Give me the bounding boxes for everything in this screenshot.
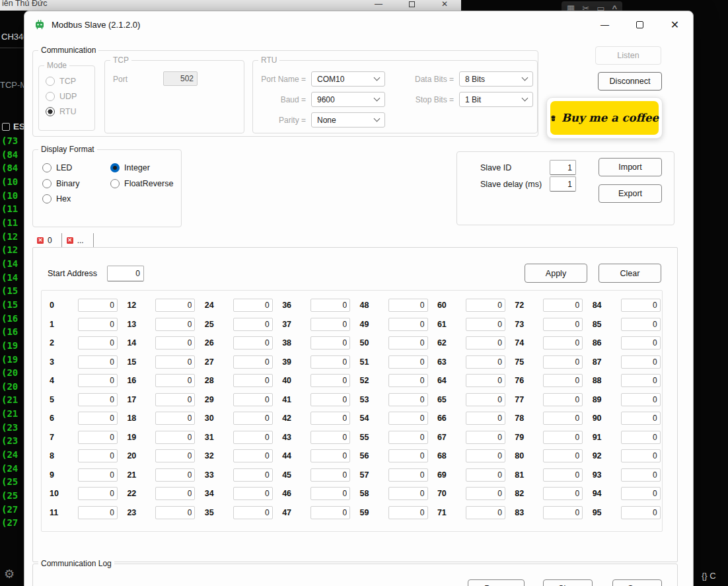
register-input[interactable] xyxy=(543,355,583,369)
register-input[interactable] xyxy=(543,374,583,387)
log-save-button[interactable]: Save xyxy=(612,579,662,586)
register-input[interactable] xyxy=(621,487,661,500)
register-input[interactable] xyxy=(388,431,428,444)
register-input[interactable] xyxy=(310,431,350,444)
register-input[interactable] xyxy=(78,393,118,406)
gear-icon[interactable]: ⚙ xyxy=(4,567,15,581)
register-input[interactable] xyxy=(233,355,273,369)
register-input[interactable] xyxy=(543,299,583,312)
baud-combo[interactable]: 9600 xyxy=(311,92,385,107)
radio-tcp[interactable]: TCP xyxy=(46,76,77,87)
register-input[interactable] xyxy=(621,449,661,462)
register-input[interactable] xyxy=(621,506,661,519)
register-input[interactable] xyxy=(78,374,118,387)
register-input[interactable] xyxy=(155,318,195,331)
parity-combo[interactable]: None xyxy=(311,112,385,128)
register-input[interactable] xyxy=(621,468,661,482)
listen-button[interactable]: Listen xyxy=(595,46,661,65)
register-input[interactable] xyxy=(466,468,505,482)
tab-more[interactable]: ✕ ... xyxy=(62,233,94,247)
register-input[interactable] xyxy=(310,299,350,312)
register-input[interactable] xyxy=(466,318,505,331)
register-input[interactable] xyxy=(310,393,350,406)
start-address-input[interactable] xyxy=(107,266,144,281)
register-input[interactable] xyxy=(621,355,661,369)
background-minimize-icon[interactable]: — xyxy=(374,0,383,9)
buy-me-a-coffee-button[interactable]: Buy me a coffee xyxy=(550,101,659,135)
radio-udp[interactable]: UDP xyxy=(46,91,77,102)
radio-hex[interactable]: Hex xyxy=(42,194,71,204)
tcp-port-input[interactable] xyxy=(163,71,198,86)
import-button[interactable]: Import xyxy=(599,158,662,176)
register-input[interactable] xyxy=(233,431,273,444)
register-input[interactable] xyxy=(388,318,428,331)
register-input[interactable] xyxy=(155,355,195,369)
register-input[interactable] xyxy=(310,336,350,349)
register-input[interactable] xyxy=(310,468,350,482)
register-input[interactable] xyxy=(466,431,505,444)
register-input[interactable] xyxy=(466,487,505,500)
register-input[interactable] xyxy=(466,393,505,406)
register-input[interactable] xyxy=(466,374,505,387)
register-input[interactable] xyxy=(78,299,118,312)
register-input[interactable] xyxy=(388,374,428,387)
register-input[interactable] xyxy=(155,336,195,349)
register-input[interactable] xyxy=(466,412,505,425)
register-input[interactable] xyxy=(78,355,118,369)
register-input[interactable] xyxy=(388,449,428,462)
register-input[interactable] xyxy=(621,431,661,444)
register-input[interactable] xyxy=(310,355,350,369)
registers-clear-button[interactable]: Clear xyxy=(599,264,661,283)
register-input[interactable] xyxy=(155,431,195,444)
port-name-combo[interactable]: COM10 xyxy=(311,71,385,87)
register-input[interactable] xyxy=(310,487,350,500)
export-button[interactable]: Export xyxy=(599,184,662,203)
register-input[interactable] xyxy=(78,431,118,444)
radio-integer[interactable]: Integer xyxy=(110,163,150,173)
register-input[interactable] xyxy=(155,506,195,519)
tab-0[interactable]: ✕ 0 xyxy=(32,233,62,247)
register-input[interactable] xyxy=(155,299,195,312)
register-input[interactable] xyxy=(155,374,195,387)
register-input[interactable] xyxy=(388,393,428,406)
register-input[interactable] xyxy=(310,449,350,462)
register-input[interactable] xyxy=(233,299,273,312)
register-input[interactable] xyxy=(155,487,195,500)
register-input[interactable] xyxy=(155,449,195,462)
register-input[interactable] xyxy=(543,487,583,500)
register-input[interactable] xyxy=(78,318,118,331)
slave-delay-input[interactable] xyxy=(550,176,576,192)
register-input[interactable] xyxy=(543,468,583,482)
radio-floatreverse[interactable]: FloatReverse xyxy=(110,178,173,189)
register-input[interactable] xyxy=(233,487,273,500)
register-input[interactable] xyxy=(543,336,583,349)
register-input[interactable] xyxy=(543,318,583,331)
register-input[interactable] xyxy=(466,336,505,349)
register-input[interactable] xyxy=(233,393,273,406)
tab-close-icon[interactable]: ✕ xyxy=(67,237,73,244)
register-input[interactable] xyxy=(621,318,661,331)
log-clear-button[interactable]: Clear xyxy=(543,579,593,586)
register-input[interactable] xyxy=(310,506,350,519)
register-input[interactable] xyxy=(543,412,583,425)
background-close-icon[interactable]: ✕ xyxy=(440,0,449,9)
register-input[interactable] xyxy=(621,412,661,425)
background-maximize-icon[interactable] xyxy=(407,0,416,9)
log-pause-button[interactable]: Pause xyxy=(468,579,525,586)
register-input[interactable] xyxy=(621,393,661,406)
register-input[interactable] xyxy=(621,299,661,312)
register-input[interactable] xyxy=(543,449,583,462)
register-input[interactable] xyxy=(388,355,428,369)
register-input[interactable] xyxy=(233,449,273,462)
register-input[interactable] xyxy=(155,468,195,482)
data-bits-combo[interactable]: 8 Bits xyxy=(459,71,533,87)
register-input[interactable] xyxy=(78,336,118,349)
register-input[interactable] xyxy=(621,336,661,349)
register-input[interactable] xyxy=(466,449,505,462)
register-input[interactable] xyxy=(78,506,118,519)
register-input[interactable] xyxy=(388,487,428,500)
radio-binary[interactable]: Binary xyxy=(42,178,79,189)
register-input[interactable] xyxy=(233,336,273,349)
stop-bits-combo[interactable]: 1 Bit xyxy=(459,92,533,107)
register-input[interactable] xyxy=(310,412,350,425)
